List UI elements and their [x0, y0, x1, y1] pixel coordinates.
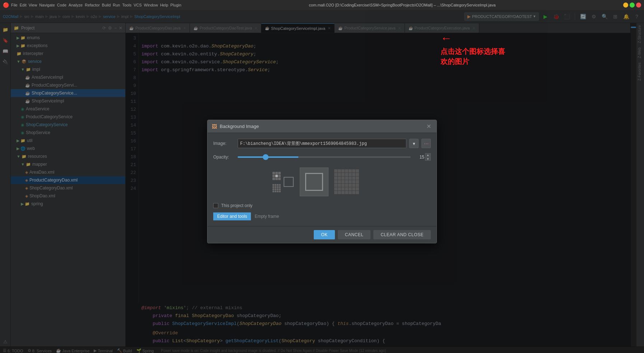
- checkbox-row: This project only: [213, 203, 431, 208]
- right-annotation: ← 点击这个图标选择喜欢的图片: [440, 32, 505, 67]
- project-only-label[interactable]: This project only: [221, 203, 252, 208]
- menu-tools[interactable]: Tools: [122, 3, 131, 7]
- opacity-row: Opacity: 15 ▲ ▼: [213, 153, 431, 161]
- preview-empty-right: [362, 168, 373, 196]
- menu-refactor[interactable]: Refactor: [85, 3, 100, 7]
- arrow-icon: ←: [440, 32, 452, 45]
- opacity-steppers: ▲ ▼: [425, 153, 431, 161]
- outline-square-icon: [284, 177, 294, 187]
- annotation-text: 点击这个图标选择喜欢的图片: [440, 46, 505, 67]
- opacity-label: Opacity:: [213, 155, 235, 160]
- window-title: com.mall.O2O [D:\CodingExercise\SSM+Spri…: [183, 3, 621, 7]
- menu-code[interactable]: Code: [57, 3, 66, 7]
- menu-analyze[interactable]: Analyze: [69, 3, 83, 7]
- layout-grid-button[interactable]: [271, 170, 282, 181]
- modal-body: Image: ▾ ⋯ Opacity: 15 ▲ ▼: [207, 133, 437, 226]
- menu-navigate[interactable]: Navigate: [39, 3, 55, 7]
- tiles-layout-icon: [272, 184, 280, 192]
- menu-build[interactable]: Build: [102, 3, 111, 7]
- maximize-button[interactable]: [630, 3, 635, 8]
- minimize-button[interactable]: [623, 3, 628, 8]
- opacity-increment[interactable]: ▲: [425, 153, 431, 157]
- layout-tiles-button[interactable]: [271, 183, 282, 193]
- opacity-value-display: 15 ▲ ▼: [414, 153, 431, 161]
- modal-overlay: ← 点击这个图标选择喜欢的图片 🖼 Background Image ✕ Ima…: [0, 10, 644, 353]
- modal-title: Background Image: [220, 124, 422, 129]
- background-image-dialog: 🖼 Background Image ✕ Image: ▾ ⋯ Opacity:…: [207, 120, 437, 243]
- annotation-arrow: ←: [440, 32, 505, 45]
- ok-button[interactable]: OK: [314, 230, 335, 239]
- title-bar: 🔴 File Edit View Navigate Code Analyze R…: [0, 0, 644, 10]
- image-browse-button[interactable]: ⋯: [421, 139, 431, 148]
- menu-window[interactable]: Window: [144, 3, 158, 7]
- modal-tab-editor[interactable]: Editor and tools: [213, 212, 251, 220]
- opacity-decrement[interactable]: ▼: [425, 157, 431, 161]
- modal-tab-empty[interactable]: Empty frame: [251, 212, 283, 220]
- modal-close-button[interactable]: ✕: [425, 123, 432, 130]
- preview-main-display: [300, 168, 328, 196]
- app-logo: 🔴: [3, 2, 9, 8]
- modal-header: 🖼 Background Image ✕: [207, 120, 437, 133]
- preview-center: [283, 168, 373, 196]
- close-button[interactable]: [636, 3, 641, 8]
- cancel-button[interactable]: CANCEL: [338, 230, 371, 239]
- clear-and-close-button[interactable]: CLEAR AND CLOSE: [373, 230, 431, 239]
- opacity-number: 15: [414, 155, 424, 160]
- menu-view[interactable]: View: [29, 3, 37, 7]
- menu-file[interactable]: File: [11, 3, 18, 7]
- image-path-input[interactable]: [238, 139, 406, 148]
- modal-footer: OK CANCEL CLEAR AND CLOSE: [207, 226, 437, 243]
- menu-run[interactable]: Run: [113, 3, 120, 7]
- project-only-checkbox[interactable]: [213, 203, 218, 208]
- image-dropdown-button[interactable]: ▾: [409, 139, 419, 148]
- preview-dots-right: [334, 169, 359, 194]
- image-label: Image:: [213, 141, 235, 146]
- image-row: Image: ▾ ⋯: [213, 139, 431, 148]
- modal-header-icon: 🖼: [212, 124, 217, 129]
- opacity-slider[interactable]: [238, 156, 411, 158]
- menu-help[interactable]: Help: [160, 3, 168, 7]
- menu-edit[interactable]: Edit: [20, 3, 27, 7]
- preview-inner-square: [305, 173, 323, 191]
- preview-area: [213, 166, 431, 198]
- layout-buttons-left: [271, 170, 282, 193]
- menu-plugin[interactable]: Plugin: [171, 3, 182, 7]
- menu-vcs[interactable]: VCS: [134, 3, 142, 7]
- window-controls: [623, 3, 641, 8]
- grid-layout-icon: [272, 172, 280, 180]
- modal-tabs: Editor and tools Empty frame: [213, 212, 431, 220]
- preview-single-outline: [283, 168, 294, 196]
